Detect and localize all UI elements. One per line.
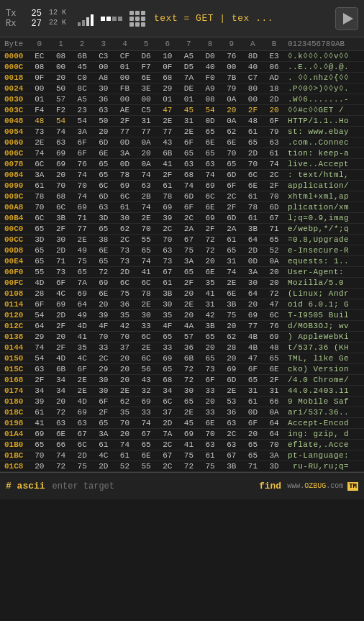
cell-hex[interactable]: 2F: [114, 116, 136, 127]
cell-hex[interactable]: 67: [157, 450, 178, 461]
cell-hex[interactable]: 2E: [29, 137, 50, 148]
cell-hex[interactable]: 00: [114, 94, 136, 105]
cell-hex[interactable]: 65: [29, 224, 50, 235]
cell-hex[interactable]: 72: [178, 461, 200, 472]
cell-hex[interactable]: 33: [157, 343, 178, 353]
cell-hex[interactable]: 2C: [221, 429, 242, 440]
cell-hex[interactable]: 78: [242, 202, 264, 213]
cell-hex[interactable]: 65: [178, 267, 200, 278]
cell-hex[interactable]: 6F: [221, 181, 242, 191]
cell-hex[interactable]: 3D: [93, 213, 114, 224]
cell-hex[interactable]: 36: [114, 299, 136, 310]
cell-hex[interactable]: 30: [242, 278, 264, 289]
cell-hex[interactable]: 65: [157, 364, 178, 375]
cell-hex[interactable]: 6C: [157, 396, 178, 407]
cell-hex[interactable]: 69: [50, 148, 72, 159]
cell-hex[interactable]: 0D: [114, 159, 136, 170]
cell-hex[interactable]: 75: [221, 310, 242, 321]
cell-hex[interactable]: 34: [29, 386, 50, 396]
cell-hex[interactable]: 65: [135, 440, 157, 450]
cell-hex[interactable]: 20: [114, 353, 136, 364]
cell-hex[interactable]: 6F: [178, 202, 200, 213]
cell-hex[interactable]: 2E: [178, 299, 200, 310]
cell-hex[interactable]: 74: [29, 343, 50, 353]
cell-hex[interactable]: 2E: [135, 343, 157, 353]
cell-hex[interactable]: 71: [242, 461, 264, 472]
cell-hex[interactable]: 64: [71, 299, 93, 310]
cell-hex[interactable]: 69: [221, 364, 242, 375]
cell-hex[interactable]: 74: [135, 256, 157, 267]
cell-hex[interactable]: 78: [114, 170, 136, 181]
cell-hex[interactable]: 61: [242, 213, 264, 224]
cell-hex[interactable]: 2F: [221, 202, 242, 213]
cell-hex[interactable]: 63: [50, 137, 72, 148]
cell-hex[interactable]: 63: [93, 202, 114, 213]
cell-hex[interactable]: 6E: [199, 137, 221, 148]
cell-hex[interactable]: 31: [199, 299, 221, 310]
cell-hex[interactable]: 61: [157, 278, 178, 289]
cell-hex[interactable]: 69: [157, 202, 178, 213]
cell-hex[interactable]: 63: [157, 245, 178, 256]
cell-hex[interactable]: 40: [199, 62, 221, 73]
cell-hex[interactable]: 2D: [50, 245, 72, 256]
cell-hex[interactable]: 3A: [114, 148, 136, 159]
cell-hex[interactable]: 4D: [71, 321, 93, 332]
cell-hex[interactable]: 20: [178, 289, 200, 299]
cell-hex[interactable]: 6E: [263, 364, 285, 375]
cell-hex[interactable]: 64: [242, 235, 264, 245]
cell-hex[interactable]: 70: [114, 418, 136, 429]
cell-hex[interactable]: 50: [50, 83, 72, 94]
cell-hex[interactable]: 6F: [242, 418, 264, 429]
cell-hex[interactable]: 41: [199, 289, 221, 299]
cell-hex[interactable]: 00: [93, 62, 114, 73]
cell-hex[interactable]: 20: [199, 343, 221, 353]
cell-hex[interactable]: 3A: [242, 267, 264, 278]
cell-hex[interactable]: 68: [157, 73, 178, 83]
cell-hex[interactable]: 74: [199, 170, 221, 181]
cell-hex[interactable]: 70: [263, 191, 285, 202]
cell-hex[interactable]: 00: [242, 94, 264, 105]
cell-hex[interactable]: 6C: [114, 191, 136, 202]
cell-hex[interactable]: 3D: [29, 235, 50, 245]
cell-hex[interactable]: 33: [93, 343, 114, 353]
cell-hex[interactable]: 30: [93, 386, 114, 396]
cell-hex[interactable]: 20: [114, 364, 136, 375]
cell-hex[interactable]: 08: [29, 62, 50, 73]
cell-hex[interactable]: C3: [93, 51, 114, 62]
cell-hex[interactable]: 2F: [50, 224, 72, 235]
cell-hex[interactable]: 79: [263, 127, 285, 137]
cell-hex[interactable]: 63: [93, 105, 114, 116]
cell-hex[interactable]: FB: [114, 83, 136, 94]
cell-hex[interactable]: 3A: [178, 256, 200, 267]
cell-hex[interactable]: 38: [93, 235, 114, 245]
cell-hex[interactable]: 54: [29, 353, 50, 364]
cell-hex[interactable]: 6F: [50, 278, 72, 289]
cell-hex[interactable]: 74: [135, 202, 157, 213]
cell-hex[interactable]: 65: [263, 353, 285, 364]
cell-hex[interactable]: 69: [71, 289, 93, 299]
cell-hex[interactable]: CF: [114, 51, 136, 62]
cell-hex[interactable]: 34: [157, 386, 178, 396]
cell-hex[interactable]: 55: [135, 235, 157, 245]
cell-hex[interactable]: 6E: [93, 245, 114, 256]
cell-hex[interactable]: 80: [242, 83, 264, 94]
cell-hex[interactable]: 6C: [29, 213, 50, 224]
cell-hex[interactable]: A9: [199, 83, 221, 94]
cell-hex[interactable]: 61: [114, 202, 136, 213]
cell-hex[interactable]: 20: [29, 461, 50, 472]
cell-hex[interactable]: 67: [221, 450, 242, 461]
cell-hex[interactable]: 73: [50, 267, 72, 278]
cell-hex[interactable]: 63: [178, 159, 200, 170]
cell-hex[interactable]: 41: [71, 332, 93, 343]
cell-hex[interactable]: 6D: [263, 202, 285, 213]
cell-hex[interactable]: 2F: [50, 343, 72, 353]
cell-hex[interactable]: 75: [114, 289, 136, 299]
cell-hex[interactable]: 62: [114, 224, 136, 235]
cell-hex[interactable]: 2D: [50, 310, 72, 321]
cell-hex[interactable]: 00: [114, 73, 136, 83]
cell-hex[interactable]: 6F: [93, 396, 114, 407]
cell-hex[interactable]: 75: [71, 461, 93, 472]
cell-hex[interactable]: 6F: [263, 116, 285, 127]
cell-hex[interactable]: 49: [71, 310, 93, 321]
cell-hex[interactable]: 36: [221, 407, 242, 418]
